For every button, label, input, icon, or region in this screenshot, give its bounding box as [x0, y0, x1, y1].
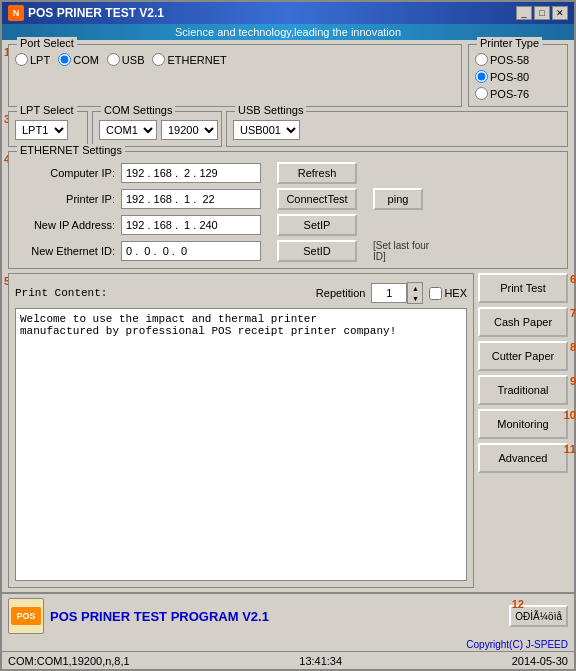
minimize-button[interactable]: _ — [516, 6, 532, 20]
computer-ip-input[interactable] — [121, 163, 261, 183]
pos76-label: POS-76 — [490, 88, 529, 100]
port-select-title: Port Select — [17, 37, 77, 49]
usb-settings-title: USB Settings — [235, 104, 306, 116]
lpt-label: LPT — [30, 54, 50, 66]
maximize-button[interactable]: □ — [534, 6, 550, 20]
com-port-select[interactable]: COM1 — [99, 120, 157, 140]
lpt-select-title: LPT Select — [17, 104, 77, 116]
traditional-button[interactable]: Traditional — [478, 375, 568, 405]
bottom-row: 5 Print Content: Repetition ▲ ▼ HEX — [8, 273, 568, 588]
usb-radio[interactable] — [107, 53, 120, 66]
pos80-radio[interactable] — [475, 70, 488, 83]
setip-button[interactable]: SetIP — [277, 214, 357, 236]
hex-wrap: HEX — [429, 287, 467, 300]
com-info: COM:COM1,19200,n,8,1 — [8, 655, 130, 667]
com-radio-label[interactable]: COM — [58, 53, 99, 66]
ethernet-grid: Computer IP: Refresh Printer IP: Connect… — [15, 162, 561, 262]
printer-type-group: Printer Type POS-58 POS-80 POS-76 — [468, 44, 568, 107]
com-select-row: COM1 19200 — [99, 120, 215, 140]
cutter-paper-button[interactable]: Cutter Paper — [478, 341, 568, 371]
ethernet-group: ETHERNET Settings Computer IP: Refresh P… — [8, 151, 568, 269]
lpt-radio-label[interactable]: LPT — [15, 53, 50, 66]
printer-ip-input[interactable] — [121, 189, 261, 209]
footer-logo: POS — [8, 598, 44, 634]
new-ip-label: New IP Address: — [15, 219, 115, 231]
lpt-select[interactable]: LPT1 — [15, 120, 68, 140]
app-icon: N — [8, 5, 24, 21]
time-display: 13:41:34 — [299, 655, 342, 667]
usb-label: USB — [122, 54, 145, 66]
num-6-label: 6 — [570, 273, 576, 285]
com-baud-select[interactable]: 19200 — [161, 120, 218, 140]
usb-settings-group: USB Settings USB001 — [226, 111, 568, 147]
ethernet-label: ETHERNET — [167, 54, 226, 66]
printer-type-title: Printer Type — [477, 37, 542, 49]
com-radio[interactable] — [58, 53, 71, 66]
print-textarea[interactable]: Welcome to use the impact and thermal pr… — [15, 308, 467, 581]
pos58-radio-label[interactable]: POS-58 — [475, 53, 561, 66]
new-eth-input[interactable] — [121, 241, 261, 261]
num-10-label: 10 — [564, 409, 576, 421]
top-row: 1 Port Select LPT COM USB — [8, 44, 568, 107]
print-content-label: Print Content: — [15, 287, 107, 299]
num-11-label: 11 — [564, 443, 576, 455]
date-display: 2014-05-30 — [512, 655, 568, 667]
repetition-label: Repetition — [316, 287, 366, 299]
print-header: Print Content: Repetition ▲ ▼ HEX — [15, 282, 467, 304]
repetition-input-wrap: ▲ ▼ — [371, 282, 423, 304]
pos58-radio[interactable] — [475, 53, 488, 66]
usb-radio-label[interactable]: USB — [107, 53, 145, 66]
title-controls: _ □ ✕ — [516, 6, 568, 20]
com-settings-group: COM Settings COM1 19200 — [92, 111, 222, 147]
copyright-bar: Copyright(C) J-SPEED — [2, 638, 574, 651]
pos80-radio-label[interactable]: POS-80 — [475, 70, 561, 83]
usb-select[interactable]: USB001 — [233, 120, 300, 140]
main-window: N POS PRINER TEST V2.1 _ □ ✕ Science and… — [0, 0, 576, 671]
copyright-text: Copyright(C) J-SPEED — [466, 639, 568, 650]
com-label: COM — [73, 54, 99, 66]
ethernet-radio-label[interactable]: ETHERNET — [152, 53, 226, 66]
pos76-radio[interactable] — [475, 87, 488, 100]
title-bar: N POS PRINER TEST V2.1 _ □ ✕ — [2, 2, 574, 24]
connect-test-button[interactable]: ConnectTest — [277, 188, 357, 210]
hex-label: HEX — [444, 287, 467, 299]
print-test-button[interactable]: Print Test — [478, 273, 568, 303]
lpt-radio[interactable] — [15, 53, 28, 66]
footer-bar: POS POS PRINER TEST PROGRAM V2.1 12 OĐİÃ… — [2, 592, 574, 638]
print-content-group: Print Content: Repetition ▲ ▼ HEX Wel — [8, 273, 474, 588]
new-ip-input[interactable] — [121, 215, 261, 235]
ethernet-radio[interactable] — [152, 53, 165, 66]
lpt-select-group: LPT Select LPT1 — [8, 111, 88, 147]
pos-logo-inner: POS — [11, 607, 41, 625]
subtitle-text: Science and technology,leading the innov… — [175, 26, 401, 38]
ethernet-row-wrapper: 4 ETHERNET Settings Computer IP: Refresh… — [8, 151, 568, 269]
ping-button[interactable]: ping — [373, 188, 423, 210]
spin-buttons: ▲ ▼ — [407, 282, 423, 304]
footer-title: POS PRINER TEST PROGRAM V2.1 — [50, 609, 503, 624]
monitoring-button[interactable]: Monitoring — [478, 409, 568, 439]
refresh-button[interactable]: Refresh — [277, 162, 357, 184]
advanced-button[interactable]: Advanced — [478, 443, 568, 473]
spin-down-button[interactable]: ▼ — [408, 293, 422, 303]
repetition-input[interactable] — [371, 283, 407, 303]
title-bar-left: N POS PRINER TEST V2.1 — [8, 5, 164, 21]
num-12-label: 12 — [512, 598, 524, 610]
close-button[interactable]: ✕ — [552, 6, 568, 20]
setid-note: [Set last four ID] — [373, 240, 433, 262]
pos80-label: POS-80 — [490, 71, 529, 83]
lpt-select-row: LPT1 — [15, 120, 81, 140]
computer-ip-label: Computer IP: — [15, 167, 115, 179]
port-select-group: Port Select LPT COM USB — [8, 44, 462, 107]
hex-checkbox[interactable] — [429, 287, 442, 300]
main-content: 1 Port Select LPT COM USB — [2, 40, 574, 592]
cash-paper-button[interactable]: Cash Paper — [478, 307, 568, 337]
window-title: POS PRINER TEST V2.1 — [28, 6, 164, 20]
pos58-label: POS-58 — [490, 54, 529, 66]
printer-ip-label: Printer IP: — [15, 193, 115, 205]
setid-button[interactable]: SetID — [277, 240, 357, 262]
num-8-label: 8 — [570, 341, 576, 353]
num-9-label: 9 — [570, 375, 576, 387]
port-radio-row: LPT COM USB ETHERNET — [15, 53, 455, 66]
spin-up-button[interactable]: ▲ — [408, 283, 422, 293]
pos76-radio-label[interactable]: POS-76 — [475, 87, 561, 100]
